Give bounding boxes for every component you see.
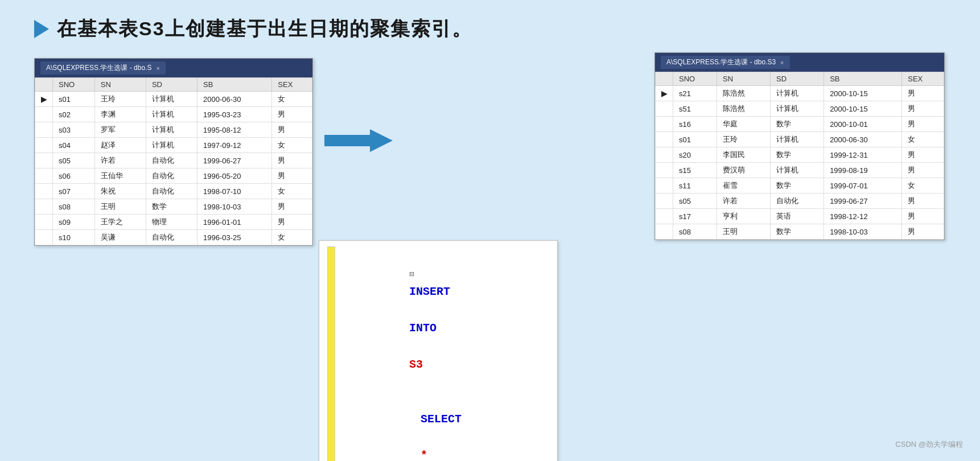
left-table-panel: A\SQLEXPRESS.学生选课 - dbo.S × SNO SN SD SB… xyxy=(34,58,313,246)
cell-sn: 王明 xyxy=(94,199,146,215)
row-indicator xyxy=(35,138,53,153)
row-indicator xyxy=(656,132,673,147)
cell-sd: 数学 xyxy=(771,178,824,194)
left-col-sn: SN xyxy=(94,78,146,92)
cell-sno: s11 xyxy=(673,178,717,194)
cell-sno: s05 xyxy=(673,194,717,209)
title-area: 在基本表S3上创建基于出生日期的聚集索引。 xyxy=(0,0,980,52)
sql-star xyxy=(421,431,434,444)
cell-sex: 女 xyxy=(272,138,312,153)
right-table-row: s05 许若 自动化 1999-06-27 男 xyxy=(656,194,944,209)
left-col-sd: SD xyxy=(146,78,197,92)
row-indicator xyxy=(35,199,53,215)
cell-sex: 男 xyxy=(902,163,944,178)
row-indicator xyxy=(656,117,673,132)
cell-sno: s21 xyxy=(673,86,717,101)
left-panel-tab[interactable]: A\SQLEXPRESS.学生选课 - dbo.S × xyxy=(40,61,166,75)
cell-sex: 女 xyxy=(902,178,944,194)
left-col-sex: SEX xyxy=(272,78,312,92)
left-table-row: s04 赵泽 计算机 1997-09-12 女 xyxy=(35,138,312,153)
cell-sd: 计算机 xyxy=(146,92,197,107)
cell-sb: 1999-06-27 xyxy=(824,194,902,209)
cell-sd: 计算机 xyxy=(771,132,824,147)
left-table-row: ▶ s01 王玲 计算机 2000-06-30 女 xyxy=(35,92,312,107)
main-content: A\SQLEXPRESS.学生选课 - dbo.S × SNO SN SD SB… xyxy=(0,52,980,246)
right-col-sno: SNO xyxy=(673,72,717,86)
cell-sn: 费汉萌 xyxy=(717,163,771,178)
cell-sex: 男 xyxy=(902,194,944,209)
cell-sno: s09 xyxy=(53,215,95,230)
row-indicator xyxy=(35,230,53,245)
cell-sn: 李渊 xyxy=(94,107,146,122)
cell-sd: 计算机 xyxy=(771,163,824,178)
left-table-header-row: SNO SN SD SB SEX xyxy=(35,78,312,92)
cell-sn: 亨利 xyxy=(717,209,771,224)
cell-sno: s16 xyxy=(673,117,717,132)
right-panel-tab[interactable]: A\SQLEXPRESS.学生选课 - dbo.S3 × xyxy=(661,56,790,69)
left-data-table: SNO SN SD SB SEX ▶ s01 王玲 计算机 2000-06-30… xyxy=(35,77,312,245)
left-col-indicator xyxy=(35,78,53,92)
left-panel-close[interactable]: × xyxy=(156,65,159,72)
cell-sn: 崔雪 xyxy=(717,178,771,194)
cell-sb: 2000-10-01 xyxy=(824,117,902,132)
direction-arrow-container xyxy=(313,58,404,155)
cell-sd: 自动化 xyxy=(146,230,197,245)
cell-sno: s07 xyxy=(53,184,95,199)
sql-panel: ⊟ INSERT INTO S3 SELECT * FROM S; xyxy=(319,240,558,461)
cell-sd: 计算机 xyxy=(771,101,824,117)
sql-asterisk: * xyxy=(421,449,427,461)
sql-insert-kw: INSERT xyxy=(409,285,450,298)
cell-sd: 计算机 xyxy=(146,122,197,138)
cell-sn: 陈浩然 xyxy=(717,86,771,101)
right-col-sn: SN xyxy=(717,72,771,86)
row-indicator xyxy=(35,168,53,184)
cell-sb: 1999-07-01 xyxy=(824,178,902,194)
cell-sd: 数学 xyxy=(771,224,824,240)
cell-sd: 计算机 xyxy=(146,107,197,122)
right-table-row: s16 华庭 数学 2000-10-01 男 xyxy=(656,117,944,132)
cell-sno: s10 xyxy=(53,230,95,245)
right-table-row: ▶ s21 陈浩然 计算机 2000-10-15 男 xyxy=(656,86,944,101)
left-table-row: s06 王仙华 自动化 1996-05-20 男 xyxy=(35,168,312,184)
cell-sno: s06 xyxy=(53,168,95,184)
cell-sb: 1998-07-10 xyxy=(197,184,271,199)
cell-sn: 陈浩然 xyxy=(717,101,771,117)
right-col-indicator xyxy=(656,72,673,86)
cell-sno: s04 xyxy=(53,138,95,153)
cell-sno: s01 xyxy=(673,132,717,147)
right-table-row: s20 李国民 数学 1999-12-31 男 xyxy=(656,147,944,163)
sql-into-word: INTO xyxy=(409,322,437,335)
row-indicator xyxy=(35,107,53,122)
sql-line-2: SELECT * FROM S; xyxy=(341,392,462,461)
cell-sex: 男 xyxy=(902,209,944,224)
cell-sno: s51 xyxy=(673,101,717,117)
left-table-row: s03 罗军 计算机 1995-08-12 男 xyxy=(35,122,312,138)
cell-sex: 男 xyxy=(902,117,944,132)
row-indicator xyxy=(656,101,673,117)
cell-sn: 王仙华 xyxy=(94,168,146,184)
right-panel-close[interactable]: × xyxy=(780,59,784,66)
left-col-sno: SNO xyxy=(53,78,95,92)
page-title: 在基本表S3上创建基于出生日期的聚集索引。 xyxy=(57,16,472,42)
row-indicator xyxy=(35,122,53,138)
cell-sb: 1999-12-31 xyxy=(824,147,902,163)
cell-sd: 自动化 xyxy=(771,194,824,209)
cell-sno: s02 xyxy=(53,107,95,122)
cell-sb: 2000-06-30 xyxy=(824,132,902,147)
cell-sb: 1997-09-12 xyxy=(197,138,271,153)
row-indicator xyxy=(35,215,53,230)
cell-sex: 男 xyxy=(272,153,312,168)
cell-sn: 王明 xyxy=(717,224,771,240)
sql-code-lines: ⊟ INSERT INTO S3 SELECT * FROM S; xyxy=(341,246,462,461)
cell-sd: 自动化 xyxy=(146,184,197,199)
cell-sex: 女 xyxy=(272,230,312,245)
left-col-sb: SB xyxy=(197,78,271,92)
svg-marker-0 xyxy=(324,129,393,152)
cell-sn: 赵泽 xyxy=(94,138,146,153)
cell-sno: s03 xyxy=(53,122,95,138)
right-col-sd: SD xyxy=(771,72,824,86)
cell-sno: s01 xyxy=(53,92,95,107)
cell-sd: 数学 xyxy=(146,199,197,215)
cell-sno: s05 xyxy=(53,153,95,168)
cell-sb: 1998-10-03 xyxy=(197,199,271,215)
